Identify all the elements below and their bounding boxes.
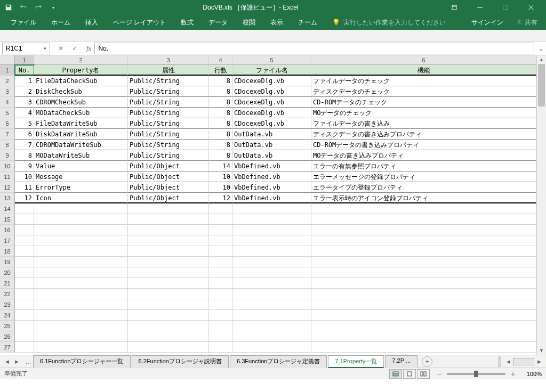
- cell[interactable]: [34, 310, 128, 321]
- select-all-corner[interactable]: [0, 55, 15, 64]
- save-icon[interactable]: [4, 3, 13, 12]
- cell[interactable]: CDocexeDlg.vb: [232, 86, 311, 97]
- cell[interactable]: [15, 214, 34, 225]
- cell[interactable]: OutData.vb: [232, 150, 311, 161]
- add-sheet-button[interactable]: +: [422, 356, 432, 367]
- cell[interactable]: 7: [15, 140, 34, 150]
- name-box[interactable]: R1C1 ▾: [2, 43, 50, 54]
- col-header[interactable]: 4: [209, 55, 232, 64]
- row-header[interactable]: 25: [0, 321, 15, 331]
- cell[interactable]: Public/Object: [128, 172, 209, 182]
- tab-data[interactable]: データ: [202, 16, 234, 29]
- tab-view[interactable]: 表示: [264, 16, 290, 29]
- cell[interactable]: [15, 310, 34, 321]
- cell[interactable]: [232, 289, 311, 299]
- cell[interactable]: Public/Object: [128, 193, 209, 203]
- cell[interactable]: [15, 299, 34, 310]
- cell[interactable]: ディスクデータのチェック: [311, 86, 536, 97]
- row-header[interactable]: 10: [0, 161, 15, 172]
- cell[interactable]: Public/String: [128, 108, 209, 118]
- cell[interactable]: 10: [15, 172, 34, 182]
- cell[interactable]: [209, 225, 232, 235]
- cancel-formula-button[interactable]: ✕: [54, 43, 67, 54]
- cell[interactable]: [15, 203, 34, 214]
- cell[interactable]: CDocexeDlg.vb: [232, 97, 311, 108]
- cell[interactable]: VbDefined.vb: [232, 182, 311, 193]
- cell[interactable]: [209, 289, 232, 299]
- cell[interactable]: 8: [209, 118, 232, 129]
- cell[interactable]: [34, 267, 128, 278]
- cell[interactable]: [209, 235, 232, 246]
- cell[interactable]: 5: [15, 118, 34, 129]
- cell[interactable]: [34, 331, 128, 342]
- cell[interactable]: [15, 331, 34, 342]
- cell[interactable]: [209, 331, 232, 342]
- row-header[interactable]: 17: [0, 235, 15, 246]
- cell[interactable]: [128, 257, 209, 267]
- vertical-scrollbar[interactable]: ▲ ▼: [536, 55, 546, 355]
- cell[interactable]: VbDefined.vb: [232, 193, 311, 203]
- cell[interactable]: エラーの有無参照プロパティ: [311, 161, 536, 172]
- cell[interactable]: VbDefined.vb: [232, 172, 311, 182]
- cell[interactable]: [311, 289, 536, 299]
- cell[interactable]: [232, 203, 311, 214]
- cell[interactable]: 1: [15, 76, 34, 86]
- cell[interactable]: VbDefined.vb: [232, 161, 311, 172]
- cell[interactable]: Public/String: [128, 140, 209, 150]
- cell[interactable]: [34, 214, 128, 225]
- cell[interactable]: [15, 235, 34, 246]
- col-header[interactable]: 1: [15, 55, 34, 64]
- row-header[interactable]: 16: [0, 225, 15, 235]
- cell[interactable]: [209, 267, 232, 278]
- cell[interactable]: [15, 246, 34, 257]
- zoom-thumb[interactable]: [474, 371, 478, 377]
- row-header[interactable]: 21: [0, 278, 15, 289]
- expand-formula-bar-icon[interactable]: ⌄: [536, 45, 546, 52]
- maximize-button[interactable]: [495, 0, 516, 15]
- cell[interactable]: [128, 203, 209, 214]
- cell[interactable]: 12: [15, 193, 34, 203]
- cell[interactable]: [128, 267, 209, 278]
- cell[interactable]: [232, 267, 311, 278]
- cell[interactable]: Public/Object: [128, 182, 209, 193]
- zoom-in-button[interactable]: +: [510, 370, 516, 378]
- cell[interactable]: Public/String: [128, 97, 209, 108]
- cell[interactable]: Property名: [34, 65, 128, 76]
- col-header[interactable]: 5: [232, 55, 311, 64]
- tab-team[interactable]: チーム: [292, 16, 324, 29]
- cell[interactable]: [209, 203, 232, 214]
- cell[interactable]: [128, 225, 209, 235]
- cell[interactable]: MODataCheckSub: [34, 108, 128, 118]
- cell[interactable]: [232, 278, 311, 289]
- cell[interactable]: 10: [209, 172, 232, 182]
- row-header[interactable]: 13: [0, 193, 15, 203]
- signin-link[interactable]: サインイン: [471, 18, 503, 27]
- cell[interactable]: [311, 342, 536, 353]
- cell[interactable]: CD-ROMデータの書き込みプロパティ: [311, 140, 536, 150]
- cell[interactable]: 8: [209, 97, 232, 108]
- cell[interactable]: 4: [15, 108, 34, 118]
- row-header[interactable]: 26: [0, 331, 15, 342]
- cell[interactable]: MOデータの書き込みプロパティ: [311, 150, 536, 161]
- cell[interactable]: Public/String: [128, 76, 209, 86]
- fx-icon[interactable]: fx: [86, 44, 91, 53]
- cell[interactable]: Value: [34, 161, 128, 172]
- tab-nav-next-icon[interactable]: ▶: [13, 357, 20, 366]
- row-header[interactable]: 8: [0, 140, 15, 150]
- cell[interactable]: [311, 225, 536, 235]
- tab-review[interactable]: 校閲: [236, 16, 262, 29]
- cell[interactable]: Public/Object: [128, 161, 209, 172]
- cell[interactable]: [232, 342, 311, 353]
- cell[interactable]: MOデータのチェック: [311, 108, 536, 118]
- cell[interactable]: 9: [15, 161, 34, 172]
- cell[interactable]: 14: [209, 161, 232, 172]
- cell[interactable]: 機能: [311, 65, 536, 76]
- cell[interactable]: [311, 299, 536, 310]
- cell[interactable]: 10: [209, 182, 232, 193]
- sheet-tab[interactable]: 6.2Functionプロシージャ説明書: [132, 355, 229, 368]
- tab-file[interactable]: ファイル: [4, 16, 43, 29]
- cell[interactable]: FileDataCheckSub: [34, 76, 128, 86]
- cell[interactable]: [209, 257, 232, 267]
- cell[interactable]: [15, 289, 34, 299]
- cell[interactable]: [128, 278, 209, 289]
